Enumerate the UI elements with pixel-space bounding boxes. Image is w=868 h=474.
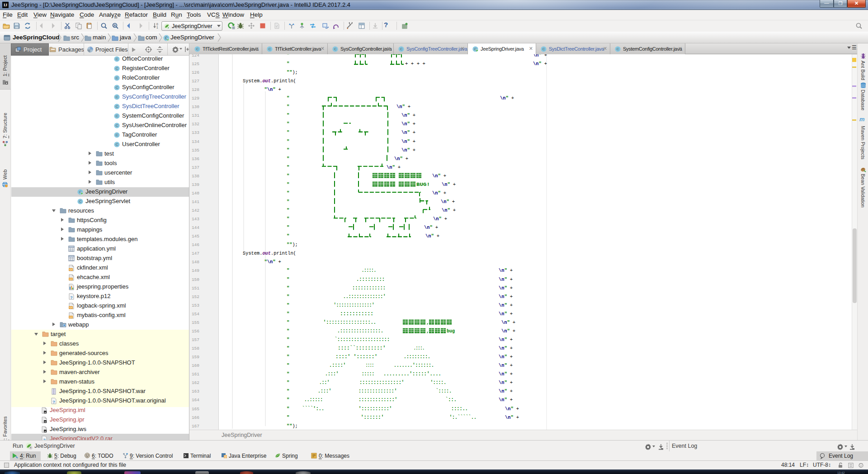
- svg-text:\n: \n: [432, 190, 438, 196]
- svg-text:,: ,: [426, 320, 429, 325]
- svg-text:+: +: [443, 190, 446, 196]
- svg-text:C: C: [269, 47, 271, 51]
- svg-text:": ": [504, 268, 507, 273]
- svg-text:\n: \n: [499, 277, 504, 282]
- svg-text:"": "": [287, 242, 292, 247]
- svg-text:132: 132: [192, 122, 199, 127]
- svg-text:134: 134: [192, 139, 199, 144]
- svg-text:R: R: [114, 24, 116, 27]
- svg-text:.:::::::::: .:::::::::: [356, 276, 385, 283]
- svg-text:": ": [287, 380, 289, 385]
- svg-text:+: +: [513, 328, 515, 334]
- svg-text:C: C: [617, 47, 619, 51]
- svg-text:\n: \n: [499, 397, 504, 403]
- svg-text:"": "": [287, 70, 292, 75]
- svg-text:+: +: [510, 371, 513, 377]
- svg-text:\n: \n: [401, 147, 407, 153]
- svg-text:BUG!: BUG!: [416, 182, 430, 187]
- svg-text:": ": [504, 285, 507, 291]
- svg-text:+: +: [544, 61, 547, 66]
- svg-text:": ": [504, 354, 507, 360]
- svg-text:": ": [538, 61, 541, 66]
- svg-text:+: +: [453, 208, 456, 213]
- svg-text:+: +: [443, 173, 446, 179]
- svg-text:+: +: [511, 95, 514, 101]
- svg-text:+: +: [510, 294, 513, 299]
- svg-text::::::::::::::': :::::::::::::': [359, 397, 397, 403]
- svg-text:": ": [287, 415, 289, 420]
- svg-text:::::' '::::::': ::::' '::::::': [335, 354, 377, 360]
- svg-text:````':..: ````':..: [302, 406, 324, 412]
- svg-text:+: +: [510, 337, 513, 342]
- svg-text:165: 165: [192, 407, 199, 412]
- svg-text:C: C: [116, 142, 118, 147]
- svg-text:?: ?: [70, 295, 73, 300]
- svg-text:": ": [507, 328, 509, 334]
- svg-text:+: +: [516, 406, 519, 412]
- svg-text:\n: \n: [499, 294, 504, 299]
- svg-text:\n: \n: [401, 121, 407, 127]
- svg-text:": ": [446, 199, 449, 204]
- svg-text:C: C: [116, 85, 118, 90]
- svg-text:163: 163: [192, 389, 199, 394]
- svg-text:": ": [287, 320, 289, 325]
- svg-text:System.: System.: [243, 78, 262, 84]
- svg-text:\n: \n: [499, 380, 504, 385]
- svg-text:": ": [287, 139, 289, 144]
- svg-text:\n: \n: [396, 104, 402, 109]
- svg-text:+: +: [406, 156, 408, 161]
- svg-text:": ": [507, 320, 509, 325]
- svg-text:": ": [505, 95, 508, 101]
- svg-text:": ": [287, 337, 289, 342]
- svg-text:": ": [407, 121, 410, 127]
- svg-text:135: 135: [192, 148, 199, 153]
- svg-text:+: +: [398, 165, 401, 170]
- svg-text:\n: \n: [499, 285, 504, 291]
- svg-text:+: +: [510, 389, 513, 394]
- svg-text:": ": [504, 311, 507, 317]
- svg-text:+: +: [516, 415, 519, 420]
- svg-text:146: 146: [192, 242, 199, 247]
- svg-text:137: 137: [192, 165, 199, 170]
- svg-text:"": "": [287, 423, 292, 429]
- svg-text:+: +: [453, 182, 456, 187]
- svg-text:+: +: [510, 303, 513, 308]
- svg-text:\n: \n: [501, 320, 507, 325]
- svg-text:162: 162: [192, 380, 199, 385]
- svg-text:\n: \n: [533, 54, 538, 58]
- svg-text:": ": [287, 173, 289, 179]
- svg-text:+: +: [513, 320, 515, 325]
- svg-text:\n: \n: [499, 354, 504, 360]
- svg-text:`::::.: `::::.: [436, 388, 452, 394]
- svg-text:);: );: [292, 423, 297, 429]
- svg-text:136: 136: [192, 156, 199, 161]
- svg-text:\n: \n: [267, 259, 273, 265]
- svg-text:147: 147: [192, 251, 199, 256]
- svg-text:.:::.: .:::.: [414, 345, 425, 351]
- svg-text:+: +: [435, 225, 438, 230]
- svg-text:\n: \n: [425, 233, 431, 239]
- svg-text:": ": [287, 233, 289, 239]
- svg-text:::::``:::::::::': ::::``:::::::::': [338, 345, 386, 351]
- svg-text:+ + + +: + + + +: [405, 61, 425, 66]
- svg-text:128: 128: [192, 87, 199, 92]
- svg-text:.:::::::::::::::.: .:::::::::::::::.: [337, 328, 383, 334]
- svg-text:\n: \n: [401, 130, 407, 135]
- svg-text:?: ?: [52, 400, 55, 404]
- svg-text:bug: bug: [447, 328, 455, 334]
- svg-text:144: 144: [192, 225, 199, 230]
- svg-text:<>: <>: [69, 268, 72, 271]
- svg-text:130: 130: [192, 104, 199, 109]
- svg-text:": ": [287, 294, 289, 299]
- svg-text:": ": [287, 277, 289, 282]
- svg-text:\n: \n: [499, 303, 504, 308]
- svg-text:C: C: [116, 123, 118, 128]
- svg-text:126: 126: [192, 70, 199, 75]
- svg-text:": ": [504, 337, 507, 342]
- svg-text::::::::::::::::': :::::::::::::::': [359, 379, 404, 386]
- svg-text:": ": [504, 363, 507, 368]
- svg-text:": ": [504, 371, 507, 377]
- svg-text:": ": [287, 199, 289, 204]
- svg-text:+: +: [510, 363, 513, 368]
- svg-text:.::::::::.: .::::::::.: [404, 354, 430, 360]
